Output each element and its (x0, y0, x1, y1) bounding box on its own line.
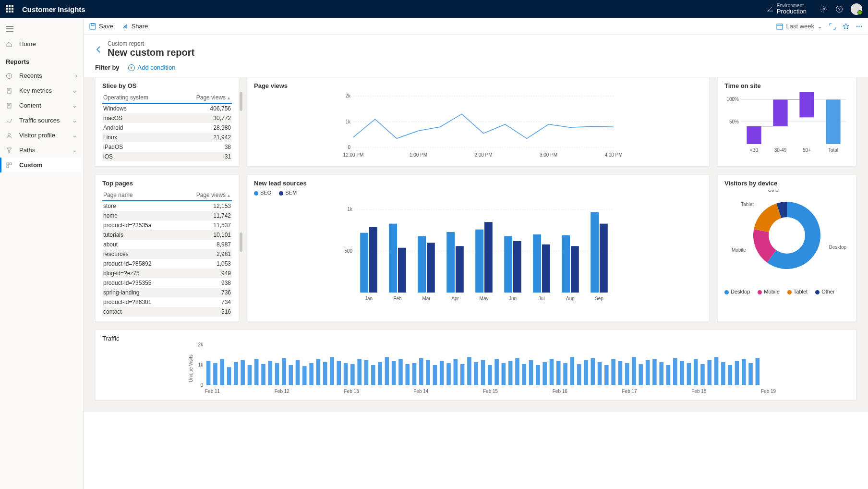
sidebar-item-paths[interactable]: Paths⌄ (0, 143, 83, 158)
svg-rect-156 (735, 361, 739, 385)
svg-rect-139 (618, 361, 623, 385)
sidebar-item-label: Home (19, 40, 36, 48)
table-row[interactable]: blog-id=?ez75949 (102, 269, 232, 278)
sidebar-item-home[interactable]: Home (0, 37, 83, 51)
share-button[interactable]: Share (122, 23, 148, 30)
col-header-pageviews[interactable]: Page views▲ (177, 190, 232, 201)
svg-rect-47 (398, 248, 406, 293)
table-row[interactable]: product-id=?3535a11,537 (102, 220, 232, 230)
table-row[interactable]: about8,987 (102, 240, 232, 249)
svg-rect-58 (504, 236, 512, 293)
table-row[interactable]: product-id=?86301734 (102, 297, 232, 307)
table-row[interactable]: contact516 (102, 307, 232, 317)
table-row[interactable]: iPadOS38 (102, 142, 232, 152)
scrollbar[interactable] (240, 92, 242, 163)
sidebar-item-key-metrics[interactable]: Key metrics⌄ (0, 83, 83, 98)
user-avatar[interactable] (851, 3, 862, 15)
environment-icon (766, 5, 774, 13)
table-row[interactable]: macOS30,772 (102, 113, 232, 123)
svg-rect-131 (563, 363, 567, 385)
table-row[interactable]: Windows406,756 (102, 103, 232, 113)
table-row[interactable]: tutorials10,101 (102, 230, 232, 240)
app-launcher-icon[interactable] (6, 5, 14, 13)
svg-rect-140 (625, 363, 629, 385)
table-row[interactable]: store12,153 (102, 201, 232, 211)
date-range-picker[interactable]: Last week ⌄ (776, 23, 822, 30)
col-header-pageviews[interactable]: Page views▲ (175, 92, 232, 103)
environment-picker[interactable]: Environment Production (766, 3, 807, 15)
card-title: Time on site (724, 82, 849, 89)
svg-text:Aug: Aug (566, 296, 575, 301)
table-row[interactable]: product-id=?858921,053 (102, 259, 232, 269)
table-row[interactable]: iOS31 (102, 152, 232, 161)
table-row[interactable]: Android28,980 (102, 123, 232, 133)
svg-rect-67 (591, 212, 599, 293)
table-row[interactable]: product-id=?35355938 (102, 278, 232, 288)
svg-rect-129 (550, 359, 554, 385)
help-icon[interactable]: ? (835, 5, 843, 13)
card-title: Top pages (102, 180, 232, 187)
sidebar-item-label: Visitor profile (19, 132, 55, 139)
card-title: Slice by OS (102, 82, 232, 89)
svg-rect-145 (659, 362, 663, 385)
col-header-os[interactable]: Operating system (102, 92, 175, 103)
sidebar-item-custom[interactable]: Custom (0, 158, 83, 172)
hamburger-icon[interactable] (0, 23, 83, 37)
chevron-down-icon: ⌄ (72, 87, 77, 94)
svg-rect-85 (248, 365, 252, 385)
svg-text:30-49: 30-49 (774, 147, 787, 153)
svg-rect-49 (418, 236, 426, 293)
svg-rect-59 (513, 241, 521, 293)
svg-rect-98 (337, 361, 341, 385)
time-on-site-chart: 50%100%<3030-4950+Total (724, 92, 849, 155)
svg-rect-8 (10, 163, 12, 165)
svg-rect-31 (747, 126, 761, 144)
expand-icon[interactable] (829, 23, 836, 30)
svg-text:Tablet: Tablet (741, 202, 754, 207)
sidebar-item-traffic-sources[interactable]: Traffic sources⌄ (0, 113, 83, 128)
svg-text:Sep: Sep (595, 296, 603, 301)
svg-text:Feb: Feb (393, 296, 402, 301)
table-row[interactable]: home11,742 (102, 211, 232, 220)
svg-rect-114 (446, 363, 451, 385)
chevron-down-icon: ⌄ (72, 147, 77, 154)
svg-rect-147 (673, 358, 677, 385)
svg-rect-104 (378, 362, 382, 385)
table-row[interactable]: Linux21,942 (102, 133, 232, 142)
svg-rect-132 (570, 357, 575, 385)
svg-rect-62 (542, 244, 550, 293)
page-views-chart: 01k2k12:00 PM1:00 PM2:00 PM3:00 PM4:00 P… (254, 92, 702, 159)
col-header-pagename[interactable]: Page name (102, 190, 177, 201)
svg-rect-126 (529, 360, 533, 386)
back-button[interactable] (95, 46, 103, 53)
svg-text:2k: 2k (345, 93, 351, 98)
svg-text:50+: 50+ (803, 147, 811, 153)
svg-rect-33 (773, 99, 787, 126)
svg-rect-94 (309, 363, 313, 385)
table-row[interactable]: resources2,981 (102, 249, 232, 259)
sidebar-section-reports: Reports (0, 51, 83, 68)
chevron-down-icon: ⌄ (72, 132, 77, 139)
svg-rect-148 (680, 361, 684, 385)
svg-rect-125 (522, 364, 526, 385)
sidebar-item-content[interactable]: Content⌄ (0, 98, 83, 113)
add-condition-button[interactable]: + Add condition (128, 64, 176, 71)
favorite-icon[interactable] (843, 23, 849, 30)
svg-rect-91 (289, 365, 293, 385)
document-icon (6, 102, 14, 109)
settings-icon[interactable] (820, 5, 828, 13)
svg-text:1k: 1k (347, 207, 353, 212)
svg-rect-141 (632, 357, 636, 385)
svg-text:Apr: Apr (451, 296, 459, 301)
svg-rect-10 (90, 24, 96, 29)
sidebar: Home Reports Recents›Key metrics⌄Content… (0, 18, 84, 489)
svg-rect-119 (481, 360, 485, 386)
svg-rect-120 (488, 365, 492, 385)
scrollbar[interactable] (240, 189, 242, 318)
save-button[interactable]: Save (89, 23, 113, 30)
more-icon[interactable]: ⋯ (856, 23, 862, 30)
sidebar-item-visitor-profile[interactable]: Visitor profile⌄ (0, 128, 83, 143)
table-row[interactable]: spring-landing736 (102, 288, 232, 297)
sidebar-item-recents[interactable]: Recents› (0, 68, 83, 83)
svg-text:Desktop: Desktop (829, 244, 846, 250)
